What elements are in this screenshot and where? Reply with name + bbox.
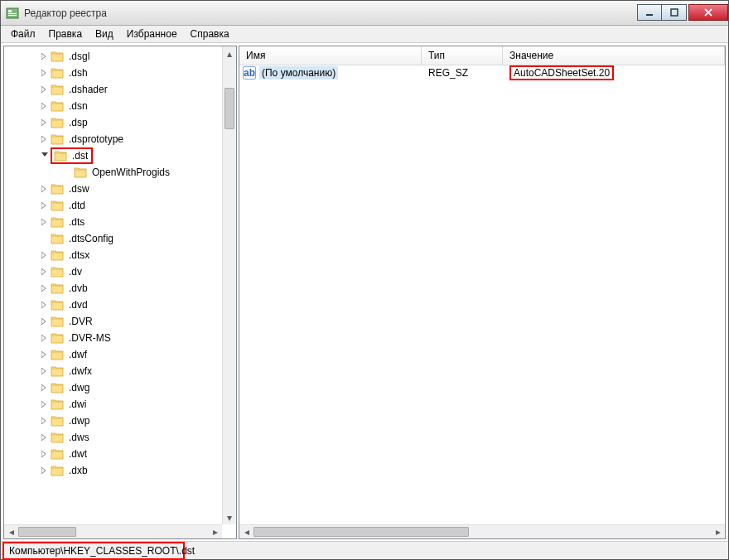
tree-expander[interactable]: [39, 119, 51, 127]
tree-expander[interactable]: [39, 418, 51, 425]
registry-tree[interactable]: .dsgl.dsh.dshader.dsn.dsp.dsprototype.ds…: [4, 46, 236, 524]
tree-scrollbar-horizontal[interactable]: ◂ ▸: [4, 524, 222, 538]
menu-help[interactable]: Справка: [184, 27, 236, 41]
value-row[interactable]: ab (По умолчанию) REG_SZ AutoCADSheetSet…: [239, 65, 725, 80]
tree-item[interactable]: .dst: [4, 147, 222, 164]
scroll-left-arrow[interactable]: ◂: [4, 525, 18, 538]
scroll-right-arrow[interactable]: ▸: [208, 525, 222, 538]
tree-expander[interactable]: [39, 285, 51, 292]
tree-label: .dwfx: [67, 364, 94, 378]
tree-expander[interactable]: [39, 401, 51, 408]
tree-label: .dsprototype: [67, 133, 125, 146]
tree-expander[interactable]: [39, 70, 51, 77]
tree-item[interactable]: .dwi: [4, 396, 222, 413]
tree-expander[interactable]: [39, 368, 51, 375]
tree-item[interactable]: .dvd: [4, 297, 222, 313]
value-name-cell: ab (По умолчанию): [239, 66, 422, 80]
tree-expander[interactable]: [39, 351, 51, 359]
tree-item[interactable]: .DVR-MS: [4, 330, 222, 346]
svg-rect-2: [8, 13, 17, 14]
tree-label: .DVR: [67, 315, 94, 328]
tree-expander[interactable]: [39, 136, 51, 143]
tree-expander[interactable]: [39, 86, 51, 94]
tree-expander[interactable]: [39, 219, 51, 226]
tree-label: .dtsConfig: [67, 232, 115, 245]
tree-item[interactable]: .dsh: [4, 65, 222, 81]
values-list[interactable]: ab (По умолчанию) REG_SZ AutoCADSheetSet…: [239, 65, 725, 524]
tree-expander[interactable]: [39, 103, 51, 110]
tree-expander[interactable]: [39, 384, 51, 392]
tree-item[interactable]: .dsp: [4, 114, 222, 131]
tree-item[interactable]: .dsprototype: [4, 131, 222, 147]
scroll-thumb[interactable]: [224, 88, 234, 129]
close-button[interactable]: [688, 4, 728, 21]
tree-item[interactable]: .dtd: [4, 197, 222, 214]
folder-icon: [51, 99, 64, 113]
tree-expander[interactable]: [39, 335, 51, 342]
folder-icon: [51, 66, 64, 80]
menu-file[interactable]: Файл: [4, 27, 42, 41]
tree-item[interactable]: .dwf: [4, 346, 222, 363]
value-type: REG_SZ: [422, 67, 503, 79]
titlebar: Редактор реестра: [1, 1, 728, 26]
tree-item[interactable]: .dwfx: [4, 363, 222, 379]
tree-expander[interactable]: [39, 302, 51, 309]
maximize-button[interactable]: [662, 4, 687, 21]
tree-expander[interactable]: [39, 451, 51, 458]
tree-expander[interactable]: [39, 152, 51, 160]
menu-view[interactable]: Вид: [89, 27, 120, 41]
tree-item[interactable]: OpenWithProgids: [4, 164, 222, 181]
tree-item[interactable]: .dwp: [4, 413, 222, 429]
tree-expander[interactable]: [39, 268, 51, 276]
scroll-up-arrow[interactable]: ▴: [223, 46, 236, 60]
scroll-down-arrow[interactable]: ▾: [223, 510, 236, 524]
scroll-thumb[interactable]: [253, 527, 469, 537]
tree-expander[interactable]: [39, 467, 51, 475]
scroll-thumb[interactable]: [18, 527, 76, 537]
tree-expander[interactable]: [39, 434, 51, 442]
tree-item[interactable]: .dtsx: [4, 247, 222, 263]
tree-label: OpenWithProgids: [90, 166, 171, 179]
tree-expander[interactable]: [39, 252, 51, 259]
menu-favorites[interactable]: Избранное: [120, 27, 184, 41]
tree-item[interactable]: .dxb: [4, 462, 222, 479]
tree-item[interactable]: .DVR: [4, 313, 222, 330]
tree-item[interactable]: .dtsConfig: [4, 230, 222, 247]
folder-icon: [51, 133, 64, 146]
value-data: AutoCADSheetSet.20: [509, 65, 614, 80]
tree-item[interactable]: .dshader: [4, 81, 222, 98]
tree-label: .dsgl: [67, 50, 91, 63]
column-type[interactable]: Тип: [422, 46, 503, 65]
tree-item[interactable]: .dwt: [4, 446, 222, 462]
folder-icon: [51, 282, 64, 295]
column-name[interactable]: Имя: [239, 46, 422, 65]
tree-label: .DVR-MS: [67, 331, 113, 345]
tree-expander[interactable]: [39, 186, 51, 193]
values-scrollbar-horizontal[interactable]: ◂ ▸: [239, 524, 725, 538]
minimize-button[interactable]: [637, 4, 662, 21]
column-value[interactable]: Значение: [503, 46, 725, 65]
tree-label: .dwg: [67, 381, 91, 394]
tree-item[interactable]: .dsgl: [4, 48, 222, 65]
folder-icon: [51, 215, 64, 229]
tree-item[interactable]: .dws: [4, 429, 222, 446]
tree-expander[interactable]: [39, 318, 51, 326]
tree-item[interactable]: .dv: [4, 263, 222, 280]
tree-item[interactable]: .dsw: [4, 181, 222, 197]
values-header: Имя Тип Значение: [239, 46, 725, 65]
tree-item[interactable]: .dsn: [4, 98, 222, 114]
scroll-left-arrow[interactable]: ◂: [239, 525, 253, 538]
folder-icon: [74, 166, 87, 179]
scroll-right-arrow[interactable]: ▸: [711, 525, 725, 538]
svg-rect-1: [8, 10, 12, 12]
tree-item[interactable]: .dts: [4, 214, 222, 230]
tree-scrollbar-vertical[interactable]: ▴ ▾: [222, 46, 236, 524]
tree-item[interactable]: .dwg: [4, 379, 222, 396]
tree-label: .dwt: [67, 447, 89, 461]
tree-expander[interactable]: [39, 202, 51, 210]
folder-icon: [51, 364, 64, 378]
tree-panel: .dsgl.dsh.dshader.dsn.dsp.dsprototype.ds…: [3, 46, 237, 539]
tree-expander[interactable]: [39, 53, 51, 60]
tree-item[interactable]: .dvb: [4, 280, 222, 297]
menu-edit[interactable]: Правка: [42, 27, 89, 41]
